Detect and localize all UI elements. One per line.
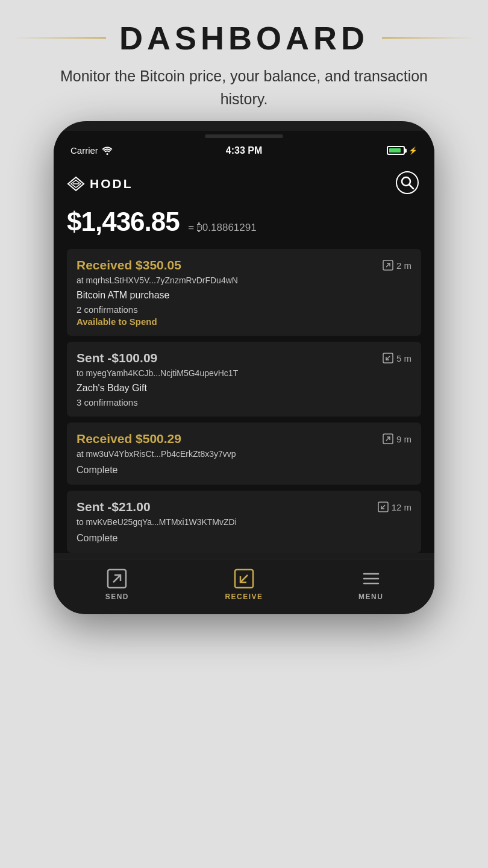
nav-menu-button[interactable]: MENU xyxy=(347,568,395,601)
svg-point-2 xyxy=(396,172,418,193)
balance-usd: $1,436.85 xyxy=(67,207,180,236)
balance-section: $1,436.85 = ₿0.18861291 xyxy=(67,204,421,249)
tx2-confirmations: 3 confirmations xyxy=(77,397,411,407)
balance-btc: = ₿0.18861291 xyxy=(188,222,256,233)
hodl-logo-icon xyxy=(67,176,85,192)
transaction-card-2[interactable]: Sent -$100.09 5 m to myegYamh4KCJb...Ncj… xyxy=(67,342,421,417)
tx1-label: Bitcoin ATM purchase xyxy=(77,290,411,301)
transactions-list: Received $350.05 2 m at mqrhsLStHXV5V...… xyxy=(67,249,421,553)
tx4-status: Complete xyxy=(77,533,411,544)
menu-label: MENU xyxy=(358,593,383,601)
hodl-logo: HODL xyxy=(67,176,133,192)
svg-line-10 xyxy=(386,437,390,441)
tx1-address: at mqrhsLStHXV5V...7yZnzmRvDrFDu4wN xyxy=(77,275,411,285)
tx2-label: Zach's Bday Gift xyxy=(77,383,411,394)
tx1-time-row: 2 m xyxy=(383,260,411,271)
tx3-direction-icon xyxy=(383,433,393,444)
tx1-status: Available to Spend xyxy=(77,316,411,327)
carrier-text: Carrier xyxy=(70,145,113,156)
search-button[interactable] xyxy=(393,169,421,198)
tx1-direction-icon xyxy=(383,260,393,271)
app-screen: HODL $1,436.85 = ₿0.18861291 xyxy=(54,159,434,553)
tx3-status: Complete xyxy=(77,465,411,476)
tx3-address: at mw3uV4YbxRisCt...Pb4cErkZt8x3y7vvp xyxy=(77,449,411,459)
app-header: HODL xyxy=(67,164,421,204)
receive-icon xyxy=(233,568,255,590)
phone-frame: Carrier 4:33 PM ⚡ xyxy=(54,121,434,614)
svg-line-8 xyxy=(386,356,390,360)
tx3-time-row: 9 m xyxy=(383,433,411,444)
tx4-address: to mvKvBeU25gqYa...MTMxi1W3KTMvZDi xyxy=(77,517,411,527)
tx1-confirmations: 2 confirmations xyxy=(77,304,411,315)
battery-indicator: ⚡ xyxy=(387,146,418,155)
search-icon xyxy=(396,171,419,194)
hodl-logo-text: HODL xyxy=(90,177,133,191)
bottom-nav: SEND RECEIVE MENU xyxy=(54,559,434,614)
menu-icon xyxy=(360,568,382,590)
tx2-address: to myegYamh4KCJb...NcjtiM5G4upevHc1T xyxy=(77,368,411,378)
status-time: 4:33 PM xyxy=(226,145,262,156)
send-icon xyxy=(106,568,128,590)
tx3-amount: Received $500.29 xyxy=(77,432,181,446)
tx4-direction-icon xyxy=(378,502,389,512)
tx2-amount: Sent -$100.09 xyxy=(77,351,157,365)
page-title: DASHBOARD xyxy=(106,19,382,57)
page-subtitle: Monitor the Bitcoin price, your balance,… xyxy=(12,65,476,110)
transaction-card-3[interactable]: Received $500.29 9 m at mw3uV4YbxRisCt..… xyxy=(67,423,421,485)
tx4-time-row: 12 m xyxy=(378,502,411,512)
nav-send-button[interactable]: SEND xyxy=(93,568,141,601)
svg-line-4 xyxy=(410,185,414,189)
transaction-card-4[interactable]: Sent -$21.00 12 m to mvKvBeU25gqYa...MTM… xyxy=(67,491,421,553)
nav-receive-button[interactable]: RECEIVE xyxy=(220,568,268,601)
tx1-amount: Received $350.05 xyxy=(77,258,181,272)
svg-line-16 xyxy=(240,575,248,582)
tx2-direction-icon xyxy=(383,353,393,363)
tx2-time-row: 5 m xyxy=(383,353,411,363)
svg-line-14 xyxy=(113,575,120,582)
status-bar: Carrier 4:33 PM ⚡ xyxy=(54,140,434,159)
receive-label: RECEIVE xyxy=(225,593,263,601)
tx4-amount: Sent -$21.00 xyxy=(77,500,151,514)
transaction-card-1[interactable]: Received $350.05 2 m at mqrhsLStHXV5V...… xyxy=(67,249,421,336)
page-header: DASHBOARD Monitor the Bitcoin price, you… xyxy=(0,0,488,121)
svg-line-6 xyxy=(386,263,390,267)
svg-point-0 xyxy=(106,153,108,155)
svg-line-12 xyxy=(381,505,385,509)
send-label: SEND xyxy=(105,593,129,601)
